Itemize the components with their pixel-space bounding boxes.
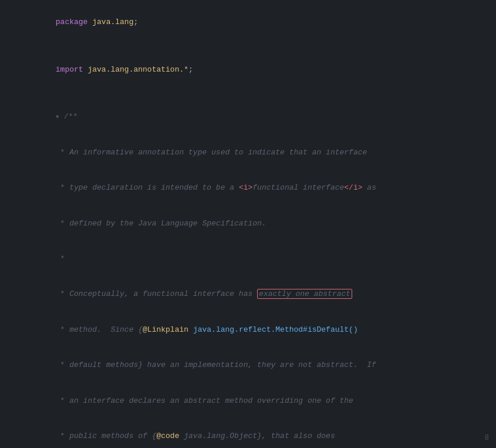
code-line: ▼/** [0, 99, 496, 134]
code-line: * default methods} have an implementatio… [0, 348, 496, 383]
code-line [0, 87, 496, 99]
fold-icon[interactable]: ▼ [56, 113, 62, 122]
code-line: * [0, 241, 496, 277]
code-line [0, 40, 496, 52]
code-line: * An informative annotation type used to… [0, 135, 496, 170]
code-line: * Conceptually, a functional interface h… [0, 277, 496, 312]
code-line: * method. Since {@Linkplain java.lang.re… [0, 312, 496, 348]
page-number: 8 [485, 434, 489, 442]
code-line: * an interface declares an abstract meth… [0, 383, 496, 419]
code-line: package java.lang; [0, 5, 496, 40]
code-line: * type declaration is intended to be a <… [0, 170, 496, 206]
code-line: * public methods of {@code java.lang.Obj… [0, 419, 496, 448]
code-line: import java.lang.annotation.*; [0, 52, 496, 87]
code-editor: package java.lang; import java.lang.anno… [0, 0, 496, 448]
code-line: * defined by the Java Language Specifica… [0, 206, 496, 241]
